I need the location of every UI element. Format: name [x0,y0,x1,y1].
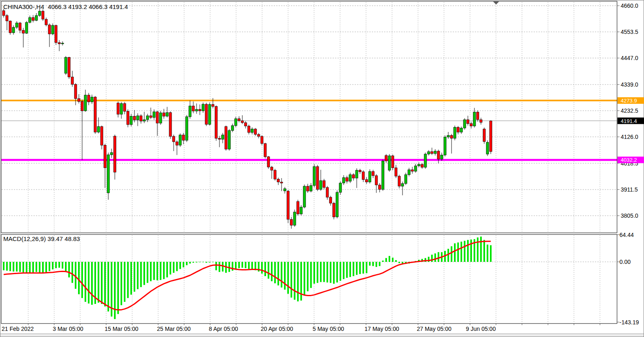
price-chart-area[interactable] [1,1,617,233]
price-axis-scale[interactable] [617,1,644,324]
window-bottom-edge [0,334,644,337]
trading-chart: 4660.04553.54447.04339.04232.54126.04018… [0,0,644,337]
mt4-chart-window: 4660.04553.54447.04339.04232.54126.04018… [0,0,644,337]
macd-indicator-area[interactable] [1,234,617,324]
time-axis-scale[interactable] [1,324,617,333]
